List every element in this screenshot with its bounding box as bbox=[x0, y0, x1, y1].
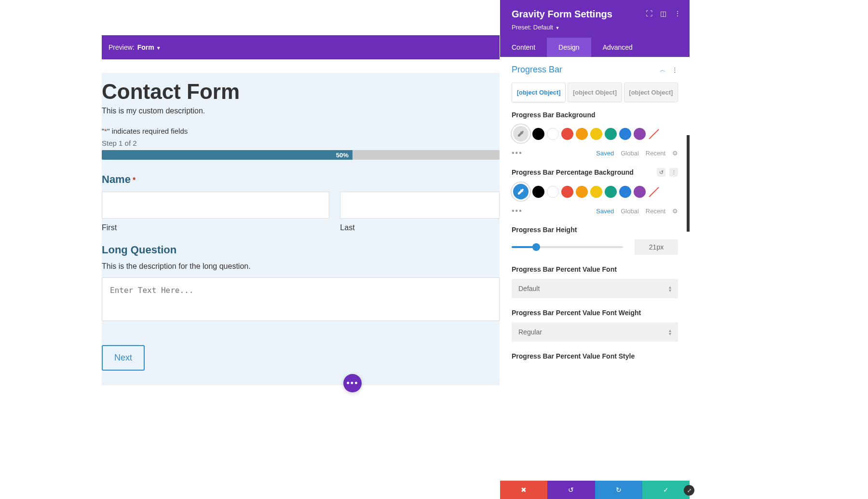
tab-advanced[interactable]: Advanced bbox=[591, 38, 644, 57]
bg-label: Progress Bar Background bbox=[512, 111, 678, 119]
font-select[interactable]: Default ▴▾ bbox=[512, 279, 678, 298]
object-tab-1[interactable]: [object Object] bbox=[512, 83, 566, 102]
more-icon[interactable]: ⋮ bbox=[674, 10, 681, 17]
preview-dropdown[interactable]: Form▼ bbox=[137, 43, 161, 51]
color-white[interactable] bbox=[547, 128, 559, 140]
color-none[interactable] bbox=[648, 128, 660, 140]
font-weight-setting: Progress Bar Percent Value Font Weight R… bbox=[512, 309, 678, 342]
form-preview: Contact Form This is my custom descripti… bbox=[102, 73, 500, 385]
color-teal[interactable] bbox=[605, 128, 617, 140]
color-orange[interactable] bbox=[576, 128, 588, 140]
undo-button[interactable]: ↺ bbox=[547, 481, 595, 499]
required-fields-note: "*" indicates required fields bbox=[102, 127, 500, 135]
cancel-button[interactable]: ✖ bbox=[500, 481, 547, 499]
chevron-up-icon[interactable]: ︿ bbox=[660, 66, 666, 74]
global-tab-2[interactable]: Global bbox=[621, 208, 639, 215]
color-red[interactable] bbox=[561, 128, 573, 140]
color-more-icon[interactable]: ••• bbox=[512, 149, 523, 157]
settings-body: [object Object] [object Object] [object … bbox=[500, 83, 690, 481]
color-purple[interactable] bbox=[634, 128, 646, 140]
long-question-textarea[interactable] bbox=[102, 277, 500, 321]
name-field-label: Name* bbox=[102, 173, 500, 186]
color-black[interactable] bbox=[532, 128, 544, 140]
last-name-sublabel: Last bbox=[340, 223, 500, 232]
progress-bar-pct-bg-setting: Progress Bar Percentage Background ↺ ⋮ bbox=[512, 168, 678, 215]
object-tab-3[interactable]: [object Object] bbox=[624, 83, 678, 102]
font-setting: Progress Bar Percent Value Font Default … bbox=[512, 265, 678, 298]
color-black-2[interactable] bbox=[532, 186, 544, 198]
progress-bar-percent: 50% bbox=[336, 152, 349, 159]
object-tab-2[interactable]: [object Object] bbox=[568, 83, 622, 102]
style-label: Progress Bar Percent Value Font Style bbox=[512, 352, 678, 360]
color-picker-button-2[interactable] bbox=[512, 182, 530, 201]
long-question-description: This is the description for the long que… bbox=[102, 262, 500, 271]
color-white-2[interactable] bbox=[547, 186, 559, 198]
eyedropper-icon bbox=[517, 130, 525, 138]
panel-action-bar: ✖ ↺ ↻ ✓ bbox=[500, 481, 690, 499]
saved-tab[interactable]: Saved bbox=[596, 150, 614, 157]
redo-button[interactable]: ↻ bbox=[595, 481, 642, 499]
name-field: Name* First Last bbox=[102, 173, 500, 232]
section-more-icon[interactable]: ⋮ bbox=[672, 66, 678, 73]
tab-design[interactable]: Design bbox=[547, 38, 591, 57]
long-question-field: Long Question This is the description fo… bbox=[102, 244, 500, 323]
section-header[interactable]: Progress Bar ︿ ⋮ bbox=[500, 57, 690, 83]
font-style-setting: Progress Bar Percent Value Font Style bbox=[512, 352, 678, 360]
saved-tab-2[interactable]: Saved bbox=[596, 208, 614, 215]
form-description: This is my custom description. bbox=[102, 107, 500, 115]
color-blue[interactable] bbox=[619, 128, 631, 140]
progress-bar-height-setting: Progress Bar Height bbox=[512, 226, 678, 255]
setting-more-icon[interactable]: ⋮ bbox=[669, 168, 678, 177]
color-yellow-2[interactable] bbox=[590, 186, 602, 198]
save-button[interactable]: ✓ bbox=[642, 481, 690, 499]
preset-dropdown[interactable]: Preset: Default ▼ bbox=[512, 24, 680, 31]
height-value-input[interactable] bbox=[635, 239, 678, 255]
gear-icon-2[interactable]: ⚙ bbox=[672, 208, 678, 215]
color-teal-2[interactable] bbox=[605, 186, 617, 198]
preview-header: Preview: Form▼ bbox=[102, 35, 500, 59]
color-red-2[interactable] bbox=[561, 186, 573, 198]
tab-content[interactable]: Content bbox=[500, 38, 547, 57]
progress-bar: 50% bbox=[102, 150, 500, 160]
slider-thumb[interactable] bbox=[532, 243, 540, 251]
last-name-input[interactable] bbox=[340, 192, 500, 219]
height-slider[interactable] bbox=[512, 246, 623, 248]
recent-tab-2[interactable]: Recent bbox=[646, 208, 665, 215]
color-orange-2[interactable] bbox=[576, 186, 588, 198]
expand-icon[interactable]: ⛶ bbox=[646, 10, 652, 17]
reset-icon[interactable]: ↺ bbox=[657, 168, 665, 177]
progress-bar-bg-setting: Progress Bar Background ••• Saved bbox=[512, 111, 678, 157]
step-indicator: Step 1 of 2 bbox=[102, 139, 500, 147]
settings-panel: Gravity Form Settings Preset: Default ▼ … bbox=[500, 0, 690, 499]
font-label: Progress Bar Percent Value Font bbox=[512, 265, 678, 273]
floating-options-button[interactable]: ••• bbox=[343, 374, 362, 392]
columns-icon[interactable]: ◫ bbox=[660, 10, 666, 17]
panel-scrollbar[interactable] bbox=[687, 135, 690, 232]
color-none-2[interactable] bbox=[648, 186, 660, 198]
preview-label: Preview: bbox=[108, 43, 135, 51]
weight-select[interactable]: Regular ▴▾ bbox=[512, 322, 678, 342]
panel-tabs: Content Design Advanced bbox=[500, 38, 690, 57]
next-button[interactable]: Next bbox=[102, 345, 145, 371]
color-purple-2[interactable] bbox=[634, 186, 646, 198]
gear-icon[interactable]: ⚙ bbox=[672, 150, 678, 157]
progress-bar-fill: 50% bbox=[102, 150, 353, 160]
color-yellow[interactable] bbox=[590, 128, 602, 140]
color-more-icon-2[interactable]: ••• bbox=[512, 207, 523, 215]
section-title: Progress Bar bbox=[512, 65, 562, 75]
panel-header: Gravity Form Settings Preset: Default ▼ … bbox=[500, 0, 690, 38]
recent-tab[interactable]: Recent bbox=[646, 150, 665, 157]
first-name-input[interactable] bbox=[102, 192, 329, 219]
pct-bg-label: Progress Bar Percentage Background bbox=[512, 168, 634, 176]
long-question-label: Long Question bbox=[102, 244, 500, 256]
height-label: Progress Bar Height bbox=[512, 226, 678, 234]
form-title: Contact Form bbox=[102, 80, 500, 107]
color-blue-2[interactable] bbox=[619, 186, 631, 198]
weight-label: Progress Bar Percent Value Font Weight bbox=[512, 309, 678, 317]
eyedropper-icon bbox=[517, 188, 525, 195]
first-name-sublabel: First bbox=[102, 223, 329, 232]
global-tab[interactable]: Global bbox=[621, 150, 639, 157]
corner-expand-button[interactable]: ⤢ bbox=[684, 485, 694, 496]
color-picker-button[interactable] bbox=[512, 125, 530, 143]
